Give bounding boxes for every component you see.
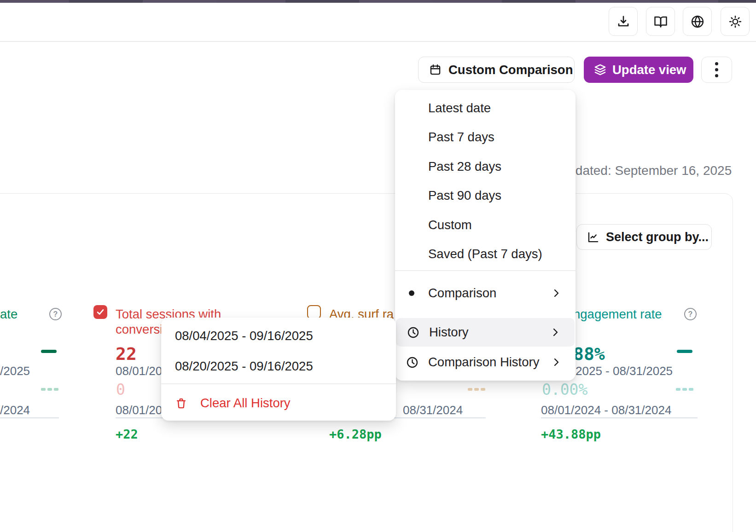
metric-delta: +43.88pp <box>541 427 601 441</box>
header-divider <box>0 41 756 42</box>
chevron-right-icon <box>550 327 561 338</box>
menu-divider <box>395 270 576 271</box>
book-open-icon <box>654 15 668 29</box>
language-button[interactable] <box>683 7 712 36</box>
brightness-icon <box>728 15 742 29</box>
clear-all-history-label: Clear All History <box>200 396 291 411</box>
globe-icon <box>691 15 704 29</box>
chevron-right-icon <box>551 357 562 368</box>
clock-icon <box>406 356 428 369</box>
no-data-dashes <box>41 388 58 391</box>
metric-compare-date-range: 08/31/2024 <box>403 403 463 417</box>
check-icon <box>95 307 105 317</box>
no-change-dash <box>677 350 692 353</box>
menu-item-past-28-days[interactable]: Past 28 days <box>395 152 576 181</box>
bullet-icon <box>409 290 414 296</box>
metric-compare-date-range: 08/01/20 <box>116 403 162 417</box>
metric-delta: +6.28pp <box>329 427 382 441</box>
metric-checkbox-unchecked[interactable] <box>307 305 321 319</box>
metric-divider <box>0 417 59 418</box>
metric-value: 88% <box>573 345 605 363</box>
kebab-icon <box>715 62 718 77</box>
chevron-right-icon <box>551 288 562 299</box>
help-icon[interactable]: ? <box>49 308 62 320</box>
menu-item-latest-date[interactable]: Latest date <box>395 93 576 123</box>
menu-item-past-90-days[interactable]: Past 90 days <box>395 181 576 211</box>
clear-all-history-button[interactable]: Clear All History <box>161 390 396 416</box>
metric-date-range: 08/01/20 <box>116 364 162 378</box>
line-chart-icon <box>587 231 599 243</box>
calendar-icon <box>429 64 442 76</box>
custom-comparison-button[interactable]: Custom Comparison <box>418 57 575 83</box>
metric-delta: +22 <box>116 427 138 441</box>
history-submenu: 08/04/2025 - 09/16/2025 08/20/2025 - 09/… <box>161 318 396 421</box>
metric-title: ngagement rate <box>573 306 662 322</box>
metric-compare-value: 0 <box>116 382 125 397</box>
history-entry[interactable]: 08/04/2025 - 09/16/2025 <box>161 323 396 349</box>
no-data-dashes <box>676 388 693 391</box>
docs-button[interactable] <box>646 7 675 36</box>
metric-title: ate <box>0 306 17 322</box>
select-group-by-button[interactable]: Select group by... <box>576 224 712 250</box>
layers-icon <box>594 64 606 76</box>
menu-item-history[interactable]: History <box>396 318 575 347</box>
history-entry[interactable]: 08/20/2025 - 09/16/2025 <box>161 353 396 379</box>
trash-icon <box>175 397 187 410</box>
metric-date-range: /2025 <box>0 364 30 378</box>
metric-checkbox-checked[interactable] <box>93 305 107 319</box>
metric-divider <box>541 417 698 418</box>
update-view-label: Update view <box>612 63 686 77</box>
metric-date-range: 2025 - 08/31/2025 <box>576 364 673 378</box>
metric-compare-date-range: 08/01/2024 - 08/31/2024 <box>541 403 671 417</box>
menu-item-saved[interactable]: Saved (Past 7 days) <box>395 240 576 269</box>
more-options-button[interactable] <box>701 57 732 83</box>
no-change-dash <box>41 350 57 353</box>
metric-value: 22 <box>116 345 137 363</box>
submenu-divider <box>161 383 396 384</box>
custom-comparison-label: Custom Comparison <box>448 63 573 77</box>
download-button[interactable] <box>609 7 638 36</box>
metric-compare-date-range: /2024 <box>0 403 30 417</box>
date-range-menu: Latest date Past 7 days Past 28 days Pas… <box>395 90 576 381</box>
browser-tab-strip <box>0 0 756 3</box>
app-root: Custom Comparison Update view Last updat… <box>0 0 756 532</box>
help-icon[interactable]: ? <box>684 308 697 320</box>
menu-item-comparison[interactable]: Comparison <box>395 279 576 307</box>
menu-item-custom[interactable]: Custom <box>395 210 576 240</box>
download-icon <box>616 15 630 29</box>
no-data-dashes <box>468 388 485 391</box>
clock-icon <box>407 326 429 339</box>
metric-compare-value: 0.00% <box>542 382 587 397</box>
menu-item-comparison-history[interactable]: Comparison History <box>395 348 576 376</box>
menu-item-past-7-days[interactable]: Past 7 days <box>395 123 576 152</box>
theme-toggle-button[interactable] <box>721 7 750 36</box>
update-view-button[interactable]: Update view <box>584 57 693 83</box>
select-group-by-label: Select group by... <box>606 230 709 244</box>
